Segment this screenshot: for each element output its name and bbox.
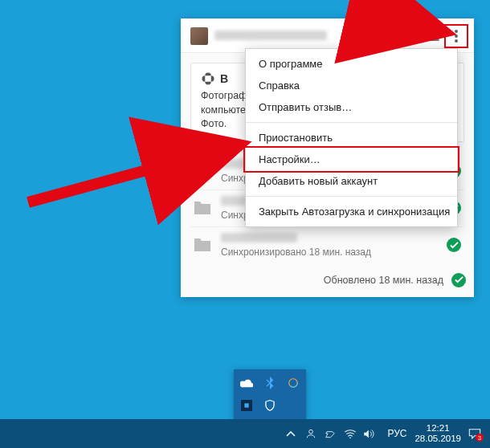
time: 12:21 bbox=[414, 423, 461, 434]
avatar bbox=[190, 27, 208, 45]
tray-chevron-up-icon[interactable] bbox=[286, 430, 305, 437]
svg-point-1 bbox=[455, 35, 458, 38]
account-email bbox=[214, 31, 327, 43]
menu-separator bbox=[246, 196, 457, 197]
language-indicator[interactable]: РУС bbox=[382, 428, 411, 439]
photo-card-title-prefix: В bbox=[220, 72, 228, 85]
sync-app-icon[interactable] bbox=[284, 374, 302, 392]
updated-footer: Обновлено 18 мин. назад bbox=[181, 265, 474, 297]
svg-point-0 bbox=[455, 30, 458, 33]
menu-settings[interactable]: Настройки… bbox=[246, 149, 457, 170]
svg-point-10 bbox=[350, 437, 352, 438]
app-icon[interactable] bbox=[238, 397, 255, 414]
folder-name bbox=[221, 233, 447, 245]
people-icon[interactable] bbox=[305, 428, 325, 439]
folder-icon bbox=[192, 161, 213, 181]
folder-icon bbox=[192, 198, 213, 218]
clock[interactable]: 12:21 28.05.2019 bbox=[411, 423, 464, 444]
action-center-icon[interactable]: 3 bbox=[464, 424, 485, 443]
taskbar: РУС 12:21 28.05.2019 3 bbox=[0, 419, 490, 448]
drive-icon[interactable] bbox=[405, 30, 426, 43]
open-folder-icon[interactable] bbox=[426, 30, 447, 43]
svg-point-9 bbox=[309, 430, 313, 434]
onedrive-icon[interactable] bbox=[238, 374, 255, 392]
more-menu: О программе Справка Отправить отзыв… При… bbox=[245, 48, 458, 227]
folder-icon bbox=[192, 234, 213, 255]
wifi-icon[interactable] bbox=[344, 429, 363, 438]
updated-label: Обновлено 18 мин. назад bbox=[324, 275, 443, 286]
tray-popup bbox=[234, 369, 306, 419]
volume-icon[interactable] bbox=[363, 429, 382, 439]
menu-quit[interactable]: Закрыть Автозагрузка и синхронизация bbox=[246, 201, 457, 222]
menu-about[interactable]: О программе bbox=[246, 53, 457, 75]
svg-point-2 bbox=[455, 39, 458, 43]
svg-rect-8 bbox=[244, 403, 248, 407]
notification-badge: 3 bbox=[476, 434, 484, 442]
google-photos-icon bbox=[201, 71, 215, 86]
sync-status: Синхронизировано 18 мин. назад bbox=[221, 246, 447, 258]
menu-feedback[interactable]: Отправить отзыв… bbox=[246, 96, 457, 118]
date: 28.05.2019 bbox=[414, 434, 461, 444]
check-icon bbox=[451, 273, 466, 287]
menu-add-account[interactable]: Добавить новый аккаунт bbox=[246, 170, 457, 192]
menu-pause[interactable]: Приостановить bbox=[246, 127, 457, 149]
list-item[interactable]: Синхронизировано 18 мин. назад bbox=[190, 227, 464, 263]
menu-separator bbox=[246, 122, 457, 123]
menu-help[interactable]: Справка bbox=[246, 75, 457, 96]
defender-icon[interactable] bbox=[261, 397, 279, 414]
check-icon bbox=[447, 238, 461, 252]
bluetooth-icon[interactable] bbox=[261, 374, 279, 392]
power-icon[interactable] bbox=[325, 428, 344, 439]
more-menu-button[interactable] bbox=[447, 26, 466, 46]
